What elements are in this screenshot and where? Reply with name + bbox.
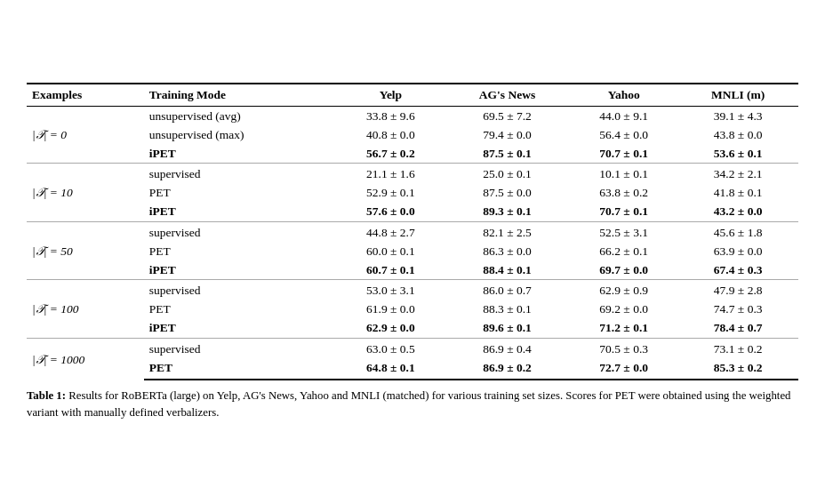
agnews-cell: 88.4 ± 0.1 <box>446 260 570 280</box>
yahoo-cell: 70.5 ± 0.3 <box>570 338 679 358</box>
yahoo-cell: 71.2 ± 0.1 <box>570 319 679 339</box>
mode-cell: PET <box>144 300 337 319</box>
caption-label: Table 1: <box>27 389 66 402</box>
header-yelp: Yelp <box>337 84 446 107</box>
yahoo-cell: 56.4 ± 0.0 <box>570 125 679 144</box>
examples-cell: |𝒯| = 0 <box>27 106 144 164</box>
yahoo-cell: 10.1 ± 0.1 <box>570 164 679 184</box>
header-row: Examples Training Mode Yelp AG's News Ya… <box>27 84 798 107</box>
yelp-cell: 62.9 ± 0.0 <box>337 319 446 339</box>
mode-cell: supervised <box>144 280 337 300</box>
mnli-cell: 78.4 ± 0.7 <box>679 319 798 339</box>
mode-cell: unsupervised (avg) <box>144 106 337 125</box>
yelp-cell: 53.0 ± 3.1 <box>337 280 446 300</box>
examples-cell: |𝒯| = 100 <box>27 280 144 339</box>
examples-cell: |𝒯| = 10 <box>27 164 144 222</box>
mode-cell: PET <box>144 184 337 203</box>
yelp-cell: 52.9 ± 0.1 <box>337 184 446 203</box>
yahoo-cell: 62.9 ± 0.9 <box>570 280 679 300</box>
agnews-cell: 79.4 ± 0.0 <box>446 125 570 144</box>
header-yahoo: Yahoo <box>570 84 679 107</box>
mnli-cell: 47.9 ± 2.8 <box>679 280 798 300</box>
mode-cell: supervised <box>144 338 337 358</box>
yelp-cell: 63.0 ± 0.5 <box>337 338 446 358</box>
mode-cell: PET <box>144 358 337 380</box>
yahoo-cell: 70.7 ± 0.1 <box>570 203 679 222</box>
examples-cell: |𝒯| = 1000 <box>27 338 144 380</box>
mnli-cell: 67.4 ± 0.3 <box>679 260 798 280</box>
agnews-cell: 89.6 ± 0.1 <box>446 319 570 339</box>
mnli-cell: 39.1 ± 4.3 <box>679 106 798 125</box>
yelp-cell: 60.0 ± 0.1 <box>337 242 446 260</box>
mnli-cell: 74.7 ± 0.3 <box>679 300 798 319</box>
mode-cell: iPET <box>144 319 337 339</box>
table-row: |𝒯| = 100supervised53.0 ± 3.186.0 ± 0.76… <box>27 280 798 300</box>
yelp-cell: 40.8 ± 0.0 <box>337 125 446 144</box>
yahoo-cell: 44.0 ± 9.1 <box>570 106 679 125</box>
header-agnews: AG's News <box>446 84 570 107</box>
agnews-cell: 69.5 ± 7.2 <box>446 106 570 125</box>
mode-cell: iPET <box>144 260 337 280</box>
yelp-cell: 33.8 ± 9.6 <box>337 106 446 125</box>
yahoo-cell: 69.2 ± 0.0 <box>570 300 679 319</box>
mnli-cell: 53.6 ± 0.1 <box>679 144 798 164</box>
agnews-cell: 86.9 ± 0.4 <box>446 338 570 358</box>
agnews-cell: 86.3 ± 0.0 <box>446 242 570 260</box>
mnli-cell: 34.2 ± 2.1 <box>679 164 798 184</box>
yahoo-cell: 52.5 ± 3.1 <box>570 221 679 242</box>
agnews-cell: 82.1 ± 2.5 <box>446 221 570 242</box>
table-caption: Table 1: Results for RoBERTa (large) on … <box>27 388 798 421</box>
yahoo-cell: 70.7 ± 0.1 <box>570 144 679 164</box>
mode-cell: supervised <box>144 164 337 184</box>
mnli-cell: 43.8 ± 0.0 <box>679 125 798 144</box>
yahoo-cell: 69.7 ± 0.0 <box>570 260 679 280</box>
yelp-cell: 57.6 ± 0.0 <box>337 203 446 222</box>
mode-cell: supervised <box>144 221 337 242</box>
results-table: Examples Training Mode Yelp AG's News Ya… <box>27 83 798 380</box>
table-row: |𝒯| = 10supervised21.1 ± 1.625.0 ± 0.110… <box>27 164 798 184</box>
mnli-cell: 85.3 ± 0.2 <box>679 358 798 380</box>
examples-cell: |𝒯| = 50 <box>27 221 144 280</box>
table-row: |𝒯| = 0unsupervised (avg)33.8 ± 9.669.5 … <box>27 106 798 125</box>
agnews-cell: 87.5 ± 0.1 <box>446 144 570 164</box>
agnews-cell: 89.3 ± 0.1 <box>446 203 570 222</box>
yelp-cell: 44.8 ± 2.7 <box>337 221 446 242</box>
mnli-cell: 43.2 ± 0.0 <box>679 203 798 222</box>
agnews-cell: 87.5 ± 0.0 <box>446 184 570 203</box>
agnews-cell: 86.0 ± 0.7 <box>446 280 570 300</box>
header-training-mode: Training Mode <box>144 84 337 107</box>
yelp-cell: 61.9 ± 0.0 <box>337 300 446 319</box>
header-examples: Examples <box>27 84 144 107</box>
mnli-cell: 63.9 ± 0.0 <box>679 242 798 260</box>
mnli-cell: 41.8 ± 0.1 <box>679 184 798 203</box>
yahoo-cell: 66.2 ± 0.1 <box>570 242 679 260</box>
yelp-cell: 56.7 ± 0.2 <box>337 144 446 164</box>
table-row: |𝒯| = 50supervised44.8 ± 2.782.1 ± 2.552… <box>27 221 798 242</box>
yelp-cell: 60.7 ± 0.1 <box>337 260 446 280</box>
mode-cell: unsupervised (max) <box>144 125 337 144</box>
yelp-cell: 64.8 ± 0.1 <box>337 358 446 380</box>
mnli-cell: 45.6 ± 1.8 <box>679 221 798 242</box>
mnli-cell: 73.1 ± 0.2 <box>679 338 798 358</box>
header-mnli: MNLI (m) <box>679 84 798 107</box>
yahoo-cell: 63.8 ± 0.2 <box>570 184 679 203</box>
yelp-cell: 21.1 ± 1.6 <box>337 164 446 184</box>
yahoo-cell: 72.7 ± 0.0 <box>570 358 679 380</box>
table-row: |𝒯| = 1000supervised63.0 ± 0.586.9 ± 0.4… <box>27 338 798 358</box>
table-wrapper: Examples Training Mode Yelp AG's News Ya… <box>27 83 798 421</box>
caption-text: Results for RoBERTa (large) on Yelp, AG'… <box>27 389 790 419</box>
agnews-cell: 86.9 ± 0.2 <box>446 358 570 380</box>
mode-cell: PET <box>144 242 337 260</box>
mode-cell: iPET <box>144 203 337 222</box>
mode-cell: iPET <box>144 144 337 164</box>
agnews-cell: 88.3 ± 0.1 <box>446 300 570 319</box>
agnews-cell: 25.0 ± 0.1 <box>446 164 570 184</box>
